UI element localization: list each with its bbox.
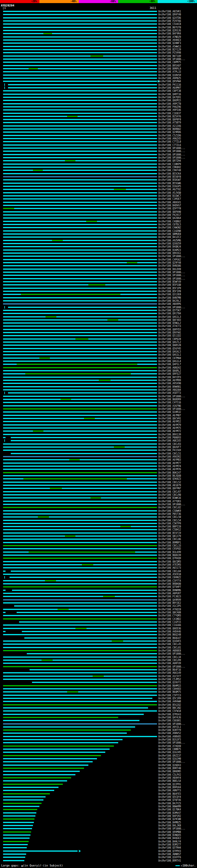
alignment-segment[interactable] [3,49,157,50]
alignment-row[interactable]: UniRef100_C41ND2 [0,617,197,620]
alignment-row[interactable]: UniRef100_Q5P7Y8 [0,207,197,210]
alignment-segment[interactable] [3,717,118,718]
alignment-segment[interactable] [3,224,157,225]
alignment-row[interactable]: UniRef100_UP1000... [0,255,197,258]
hit-label[interactable]: UniRef100_A9BV52 [158,732,181,735]
alignment-row[interactable]: UniRef100_B3M1T7 [0,843,197,846]
hit-label[interactable]: UniRef100_C41ND2 [158,618,181,620]
hit-label[interactable]: UniRef100_B3MV47 [158,812,181,814]
alignment-row[interactable]: UniRef100_C5Z1D6 [0,134,197,137]
hit-label[interactable]: UniRef100_B4LJK8 [158,824,181,827]
alignment-row[interactable]: UniRef100_Q2UGT2 [0,681,197,684]
alignment-row[interactable]: UniRef100_Q4P1L7 [0,363,197,366]
alignment-segment[interactable] [3,662,157,664]
alignment-segment[interactable] [126,189,157,190]
hit-label[interactable]: UniRef100_C1GEN8 [158,230,181,232]
alignment-segment[interactable] [3,529,157,530]
alignment-row[interactable]: UniRef100_B9RPL9 [0,67,197,70]
alignment-segment[interactable] [91,497,101,498]
alignment-row[interactable]: UniRef100_A213X6 [0,124,197,127]
hit-label[interactable]: UniRef100_C5FW18 [158,710,181,713]
alignment-segment[interactable] [3,570,5,572]
alignment-row[interactable]: UniRef100_C8CL52 [0,480,197,484]
alignment-segment[interactable] [3,106,157,107]
hit-label[interactable]: UniRef100_C5P7T4 [158,580,181,582]
alignment-row[interactable]: UniRef100_A8U9P6 [0,302,197,305]
alignment-segment[interactable] [3,145,157,146]
alignment-row[interactable]: UniRef100_Q16JH5 [0,751,197,754]
alignment-segment[interactable] [3,348,157,349]
alignment-row[interactable]: UniRef100_B6AFE5 [0,792,197,795]
alignment-segment[interactable] [3,736,157,737]
hit-label[interactable]: UniRef100_A7TQR3 [158,500,181,503]
hit-label[interactable]: UniRef100_C4Y516 [158,401,181,404]
alignment-row[interactable]: UniRef100_B95X07 [0,64,197,67]
hit-label[interactable]: UniRef100_B9W9B1 [158,385,181,388]
alignment-row[interactable]: UniRef100_UP1000... [0,271,197,274]
alignment-segment[interactable] [3,46,157,47]
alignment-row[interactable]: UniRef100_Q8MUE0 [0,232,197,236]
hit-label[interactable]: UniRef100_A9PIU6 [158,109,181,112]
hit-label[interactable]: UniRef100_Q313E8 [158,293,181,296]
alignment-row[interactable]: UniRef100_B3MV47 [0,811,197,814]
alignment-segment[interactable] [3,516,38,518]
alignment-row[interactable]: UniRef100_C1M3E7 [0,197,197,200]
alignment-segment[interactable] [3,335,157,336]
alignment-segment[interactable] [103,55,157,57]
alignment-row[interactable]: UniRef100_B55GW6 [0,182,197,185]
alignment-segment[interactable] [3,526,120,527]
hit-label[interactable]: UniRef100_Q29RD6 [158,131,181,134]
alignment-segment[interactable] [103,596,114,597]
alignment-segment[interactable] [14,606,157,607]
alignment-segment[interactable] [3,389,157,391]
alignment-segment[interactable] [3,116,67,117]
hit-label[interactable]: UniRef100_C0PT38 [158,90,181,92]
alignment-segment[interactable] [71,399,157,400]
hit-label[interactable]: UniRef100_UP1000... [158,274,185,277]
alignment-segment[interactable] [17,364,137,365]
alignment-segment[interactable] [3,281,157,282]
alignment-segment[interactable] [131,526,157,527]
alignment-segment[interactable] [3,790,54,791]
alignment-row[interactable]: UniRef100_P46Z96 [0,105,197,108]
alignment-segment[interactable] [3,641,112,642]
alignment-segment[interactable] [3,799,43,801]
alignment-segment[interactable] [3,784,63,785]
alignment-segment[interactable] [69,459,80,460]
alignment-segment[interactable] [14,208,157,209]
alignment-row[interactable]: UniRef100_Q5TRH4 [0,846,197,849]
alignment-row[interactable]: UniRef100_B9W9B1 [0,385,197,388]
alignment-segment[interactable] [3,176,157,177]
alignment-row[interactable]: UniRef100_C7TZL6 [0,144,197,147]
hit-label[interactable]: UniRef100_A75BT9 [158,121,181,124]
alignment-segment[interactable] [3,765,88,766]
alignment-row[interactable]: UniRef100_Q6F483 [0,318,197,321]
hit-label[interactable]: UniRef100_Q2UGT2 [158,681,181,684]
alignment-segment[interactable] [3,262,127,263]
alignment-row[interactable]: UniRef100_B3NQX5 [0,834,197,837]
alignment-segment[interactable] [3,354,157,355]
alignment-row[interactable]: UniRef100_C5JM52 [0,678,197,681]
hit-label[interactable]: UniRef100_Q5C1R9 [158,697,181,700]
hit-label[interactable]: UniRef100_Q4GXL5 [158,350,181,353]
alignment-row[interactable]: UniRef100_B55CK4 [0,172,197,175]
alignment-row[interactable]: UniRef100_C4QB62 [0,220,197,223]
alignment-row[interactable]: UniRef100_C0PM75 [0,61,197,64]
hit-label[interactable]: UniRef100_B9DK80 [158,583,181,585]
alignment-segment[interactable] [3,532,157,534]
alignment-segment[interactable] [3,189,114,190]
alignment-segment[interactable] [3,415,157,416]
alignment-segment[interactable] [3,186,157,187]
alignment-segment[interactable] [95,418,157,419]
hit-label[interactable]: UniRef100_Q2XTD6 [158,17,181,20]
alignment-segment[interactable] [3,33,43,34]
hit-label[interactable]: UniRef100_C8CL86 [158,538,181,541]
alignment-segment[interactable] [3,822,34,823]
hit-label[interactable]: UniRef100_Q0CA88 [158,611,181,614]
alignment-segment[interactable] [3,192,157,193]
alignment-segment[interactable] [3,469,157,470]
alignment-segment[interactable] [123,641,157,642]
hit-label[interactable]: UniRef100_Q6FPN7 [158,487,181,490]
alignment-row[interactable]: UniRef100_A1C2P5 [0,604,197,608]
alignment-row[interactable]: UniRef100_B25XY6 [0,115,197,118]
